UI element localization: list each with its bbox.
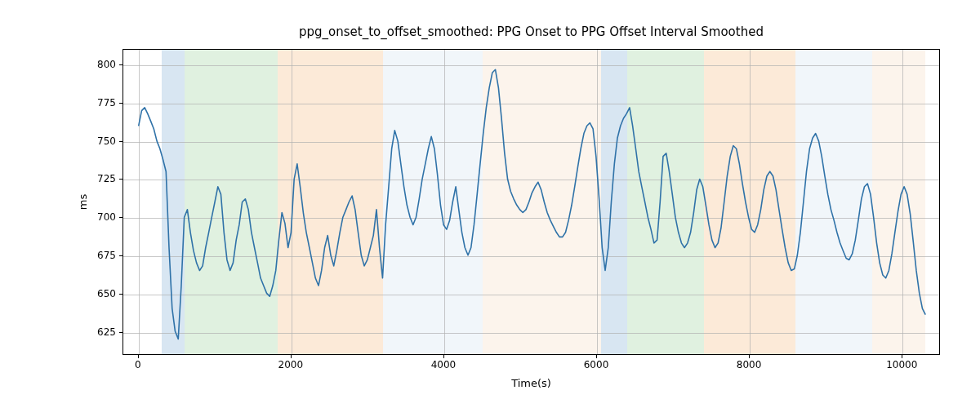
x-tick-label: 8000 [728, 359, 769, 370]
x-tick-label: 6000 [576, 359, 617, 370]
x-tick-label: 0 [118, 359, 158, 370]
chart-container [122, 49, 940, 355]
plot-area [122, 49, 940, 355]
x-tick-label: 2000 [270, 359, 311, 370]
y-tick-label: 675 [83, 250, 116, 261]
x-tick-label: 10000 [881, 359, 922, 370]
y-tick-label: 775 [83, 97, 116, 109]
y-tick-label: 725 [83, 173, 116, 184]
chart-title: ppg_onset_to_offset_smoothed: PPG Onset … [122, 24, 940, 39]
y-axis-label: ms [75, 49, 91, 355]
y-tick-label: 650 [83, 288, 116, 299]
x-tick-label: 4000 [423, 359, 464, 370]
data-line [123, 50, 939, 354]
y-tick-label: 800 [83, 59, 116, 70]
x-axis-label: Time(s) [122, 377, 940, 389]
y-tick-label: 750 [83, 135, 116, 147]
y-tick-label: 625 [83, 326, 116, 338]
y-tick-label: 700 [83, 211, 116, 223]
